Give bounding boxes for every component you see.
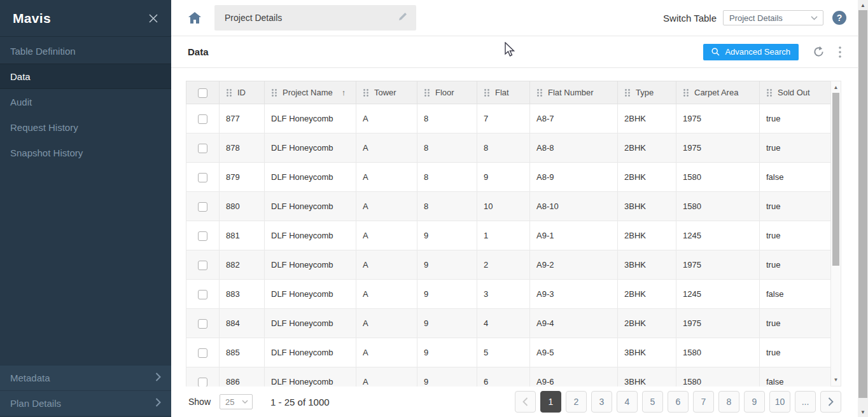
row-checkbox-cell [186,280,220,309]
drag-handle-icon[interactable] [536,88,543,97]
table-cell: DLF Honeycomb [265,367,356,387]
advanced-search-button[interactable]: Advanced Search [703,44,799,60]
page-button-9[interactable]: 9 [744,391,765,413]
table-row[interactable]: 886DLF HoneycombA96A9-63BHK1580false [186,367,831,387]
sidebar-item-audit[interactable]: Audit [0,89,171,114]
table-scrollbar[interactable]: ▲ ▼ [830,81,841,386]
column-header-flat[interactable]: Flat [477,81,530,104]
column-header-tower[interactable]: Tower [356,81,417,104]
drag-handle-icon[interactable] [363,88,369,97]
previous-page-button[interactable] [515,391,536,413]
row-checkbox[interactable] [198,378,207,386]
table-cell: 2BHK [618,280,676,309]
switch-table-value: Project Details [729,13,783,23]
page-button-10[interactable]: 10 [769,391,790,413]
table-cell: 3 [477,280,530,309]
sidebar-item-data[interactable]: Data [0,64,171,89]
drag-handle-icon[interactable] [271,88,277,97]
table-cell: 3BHK [618,250,676,280]
data-toolbar: Data Advanced Search [171,36,858,68]
help-icon[interactable]: ? [832,11,846,25]
table-row[interactable]: 879DLF HoneycombA89A8-92BHK1580false [186,163,831,192]
column-header-sold-out[interactable]: Sold Out [760,81,831,104]
drag-handle-icon[interactable] [424,88,430,97]
sidebar-item-table-definition[interactable]: Table Definition [0,38,171,64]
page-button-6[interactable]: 6 [668,391,689,413]
table-cell: false [760,280,831,309]
row-checkbox[interactable] [198,348,207,358]
column-header-carpet-area[interactable]: Carpet Area [676,81,760,104]
scroll-up-icon[interactable]: ▲ [831,83,841,92]
column-label: Tower [374,88,396,97]
window-scrollbar-thumb[interactable] [858,10,867,398]
close-icon[interactable] [148,13,158,24]
table-cell: 877 [220,104,265,133]
sidebar-item-metadata[interactable]: Metadata [0,365,171,390]
table-row[interactable]: 881DLF HoneycombA91A9-12BHK1245true [186,221,831,250]
row-checkbox[interactable] [198,261,207,270]
scroll-up-icon[interactable]: ▲ [858,1,868,10]
table-row[interactable]: 882DLF HoneycombA92A9-23BHK1975true [186,250,831,280]
table-row[interactable]: 883DLF HoneycombA93A9-32BHK1245false [186,280,831,309]
page-button-8[interactable]: 8 [718,391,739,413]
table-cell: A9-1 [530,221,618,250]
row-checkbox[interactable] [198,319,207,329]
column-header-project-name[interactable]: Project Name↑ [265,81,356,104]
drag-handle-icon[interactable] [226,88,232,97]
page-button-3[interactable]: 3 [591,391,612,413]
column-label: Carpet Area [694,88,738,97]
row-checkbox[interactable] [198,202,207,212]
home-icon[interactable] [188,11,202,24]
kebab-menu-icon[interactable] [839,46,841,58]
next-page-button[interactable] [820,391,841,413]
table-cell: 8 [417,133,477,163]
row-checkbox-cell [186,250,220,280]
table-cell: 9 [417,367,477,387]
row-checkbox[interactable] [198,231,207,241]
table-row[interactable]: 884DLF HoneycombA94A9-42BHK1975true [186,309,831,338]
page-size-select[interactable]: 25 [220,394,253,409]
column-header-type[interactable]: Type [618,81,676,104]
row-checkbox-cell [186,133,220,163]
row-checkbox[interactable] [198,144,207,153]
page-button-5[interactable]: 5 [642,391,663,413]
toolbar-actions: Advanced Search [703,44,841,60]
sidebar-item-snapshot-history[interactable]: Snapshot History [0,140,171,165]
table-name-field[interactable]: Project Details [214,5,416,31]
edit-pencil-icon[interactable] [398,12,407,24]
table-cell: 1975 [676,104,760,133]
page-button-4[interactable]: 4 [617,391,638,413]
sidebar-item-plan-details[interactable]: Plan Details [0,390,171,416]
select-all-checkbox[interactable] [198,88,207,98]
switch-table-select[interactable]: Project Details [723,10,823,25]
window-scrollbar[interactable]: ▲ ▼ [858,0,868,417]
page-button-7[interactable]: 7 [693,391,714,413]
drag-handle-icon[interactable] [683,88,689,97]
page-button-2[interactable]: 2 [566,391,587,413]
table-cell: 881 [220,221,265,250]
table-row[interactable]: 885DLF HoneycombA95A9-53BHK1580true [186,338,831,367]
sidebar-item-request-history[interactable]: Request History [0,114,171,140]
column-header-floor[interactable]: Floor [417,81,477,104]
column-header-id[interactable]: ID [220,81,265,104]
refresh-button[interactable] [813,46,825,58]
chevron-right-icon [155,398,161,409]
table-cell: DLF Honeycomb [265,250,356,280]
drag-handle-icon[interactable] [624,88,631,97]
table-row[interactable]: 880DLF HoneycombA810A8-103BHK1580true [186,192,831,221]
drag-handle-icon[interactable] [766,88,773,97]
scroll-down-icon[interactable]: ▼ [831,375,841,385]
page-ellipsis-button[interactable]: ... [795,391,816,413]
table-cell: 3BHK [618,192,676,221]
row-checkbox[interactable] [198,114,207,124]
table-cell: 1 [477,221,530,250]
column-header-flat-number[interactable]: Flat Number [530,81,618,104]
row-checkbox[interactable] [198,173,207,182]
row-checkbox[interactable] [198,290,207,299]
page-button-1[interactable]: 1 [540,391,561,413]
table-scrollbar-thumb[interactable] [832,93,839,266]
table-row[interactable]: 877DLF HoneycombA87A8-72BHK1975true [186,104,831,133]
drag-handle-icon[interactable] [484,88,490,97]
table-row[interactable]: 878DLF HoneycombA88A8-82BHK1975true [186,133,831,163]
scroll-down-icon[interactable]: ▼ [858,407,868,416]
